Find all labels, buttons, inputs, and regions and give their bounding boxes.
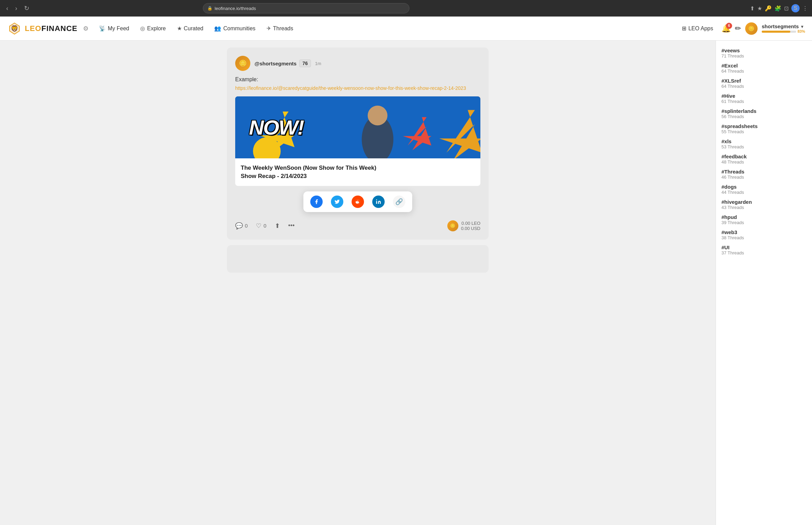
- user-dropdown-arrow[interactable]: ▾: [801, 24, 803, 29]
- browser-chrome: ‹ › ↻ 🔒 leofinance.io/threads ⬆ ★ 🔑 🧩 ⊡ …: [0, 0, 812, 17]
- notifications-bell-button[interactable]: 🔔 6: [721, 24, 731, 33]
- sidebar-tag-item[interactable]: #hivegarden 43 Threads: [721, 199, 806, 210]
- sidebar-tag-item[interactable]: #UI 37 Threads: [721, 244, 806, 255]
- settings-gear-button[interactable]: ⚙: [83, 25, 89, 32]
- article-body: The Weekly WenSoon (Now Show for This We…: [235, 158, 480, 186]
- post-card-2: [227, 245, 489, 273]
- browser-back-button[interactable]: ‹: [4, 3, 10, 13]
- tag-count: 56 Threads: [721, 114, 806, 119]
- post-author-name[interactable]: @shortsegments: [254, 61, 296, 66]
- sidebar-tag-item[interactable]: #web3 38 Threads: [721, 229, 806, 240]
- share-copy-link-button[interactable]: 🔗: [393, 196, 405, 208]
- tag-name: #hivegarden: [721, 199, 806, 205]
- tag-count: 44 Threads: [721, 190, 806, 195]
- tag-count: 71 Threads: [721, 53, 806, 59]
- leo-amount: 0.00 LEO: [461, 221, 480, 226]
- username-label: shortsegments: [762, 23, 799, 29]
- post-timestamp: 1m: [315, 61, 321, 66]
- sidebar-tag-item[interactable]: #Excel 64 Threads: [721, 63, 806, 74]
- sidebar-tag-item[interactable]: #xls 53 Threads: [721, 138, 806, 149]
- sidebar-tag-item[interactable]: #XLSref 64 Threads: [721, 78, 806, 89]
- nav-item-curated[interactable]: ★ Curated: [172, 22, 208, 34]
- share-twitter-button[interactable]: [331, 196, 343, 208]
- leo-coin-icon: 🪙: [745, 22, 758, 35]
- svg-text:🦁: 🦁: [11, 25, 19, 32]
- tag-name: #Threads: [721, 169, 806, 175]
- window-icon[interactable]: ⊡: [784, 5, 789, 12]
- notification-badge: 6: [726, 23, 732, 29]
- post-score-badge: 76: [299, 60, 311, 67]
- tag-name: #web3: [721, 229, 806, 235]
- content-area: 🪙 @shortsegments 76 1m Example: https://…: [220, 41, 496, 525]
- tag-count: 43 Threads: [721, 205, 806, 210]
- post-body-text: Example:: [235, 76, 480, 83]
- share-facebook-button[interactable]: [310, 196, 323, 208]
- comment-button[interactable]: 💬 0: [235, 222, 248, 230]
- browser-address-bar[interactable]: 🔒 leofinance.io/threads: [203, 3, 409, 13]
- sidebar-tag-item[interactable]: #dogs 44 Threads: [721, 184, 806, 195]
- post-author-info: @shortsegments 76 1m: [254, 60, 321, 67]
- post-link[interactable]: https://leofinance.io/@scaredycatguide/t…: [235, 85, 480, 91]
- tag-count: 64 Threads: [721, 84, 806, 89]
- browser-refresh-button[interactable]: ↻: [22, 3, 31, 13]
- apps-grid-icon: ⊞: [682, 25, 686, 32]
- nav-item-communities[interactable]: 👥 Communities: [209, 22, 260, 34]
- nav-item-my-feed[interactable]: 📡 My Feed: [94, 22, 134, 34]
- browser-user-avatar[interactable]: S: [791, 4, 800, 12]
- article-title: The Weekly WenSoon (Now Show for This We…: [241, 164, 475, 180]
- share-button[interactable]: ⬆: [275, 222, 280, 230]
- ellipsis-icon: •••: [288, 222, 295, 229]
- sidebar: #veews 71 Threads #Excel 64 Threads #XLS…: [716, 41, 812, 525]
- share-reddit-button[interactable]: [352, 196, 364, 208]
- nav-label-my-feed: My Feed: [108, 25, 129, 32]
- leo-reward-icon: 🪙: [447, 220, 458, 231]
- sidebar-tag-item[interactable]: #hpud 39 Threads: [721, 214, 806, 225]
- sidebar-tag-item[interactable]: #feedback 48 Threads: [721, 154, 806, 165]
- tag-name: #xls: [721, 138, 806, 144]
- tag-count: 38 Threads: [721, 235, 806, 240]
- sidebar-tag-item[interactable]: #splinterlands 56 Threads: [721, 108, 806, 119]
- like-button[interactable]: ♡ 0: [256, 222, 266, 230]
- post-actions: 💬 0 ♡ 0 ⬆ ••• 🪙 0.00 LEO 0.00 U: [235, 218, 480, 231]
- xp-bar-fill: [762, 31, 790, 33]
- tag-count: 61 Threads: [721, 99, 806, 104]
- sidebar-tag-item[interactable]: #spreadsheets 55 Threads: [721, 123, 806, 134]
- leo-apps-button[interactable]: ⊞ LEO Apps: [678, 22, 717, 34]
- nav-item-explore[interactable]: ◎ Explore: [135, 22, 170, 34]
- sidebar-tags-list: #veews 71 Threads #Excel 64 Threads #XLS…: [721, 48, 806, 255]
- compose-edit-button[interactable]: ✏: [735, 24, 741, 33]
- tag-name: #splinterlands: [721, 108, 806, 114]
- nav-label-communities: Communities: [223, 25, 255, 32]
- tag-count: 37 Threads: [721, 250, 806, 255]
- more-options-button[interactable]: •••: [288, 222, 295, 229]
- tag-name: #spreadsheets: [721, 123, 806, 129]
- tag-name: #UI: [721, 244, 806, 250]
- tag-name: #feedback: [721, 154, 806, 159]
- sidebar-tag-item[interactable]: #veews 71 Threads: [721, 48, 806, 59]
- sidebar-tag-item[interactable]: #Hive 61 Threads: [721, 93, 806, 104]
- comment-icon: 💬: [235, 222, 243, 230]
- share-icon[interactable]: ⬆: [750, 5, 754, 12]
- explore-icon: ◎: [140, 25, 145, 32]
- nav-item-threads[interactable]: ✈ Threads: [262, 22, 298, 34]
- tag-name: #veews: [721, 48, 806, 53]
- nav-label-explore: Explore: [147, 25, 166, 32]
- bookmark-icon[interactable]: ★: [757, 5, 762, 12]
- article-preview-card[interactable]: NOW! The Weekly WenSoon (Now Show for Th…: [235, 96, 480, 186]
- lock-icon: 🔒: [207, 6, 212, 11]
- article-image-text: NOW!: [249, 116, 304, 139]
- share-arrow-icon: ⬆: [275, 222, 280, 230]
- share-linkedin-button[interactable]: [372, 196, 385, 208]
- tag-name: #hpud: [721, 214, 806, 220]
- browser-menu-icon[interactable]: ⋮: [802, 5, 808, 12]
- puzzle-icon[interactable]: 🧩: [774, 5, 781, 12]
- sidebar-tag-item[interactable]: #Threads 46 Threads: [721, 169, 806, 180]
- logo-icon: 🦁: [7, 21, 22, 36]
- browser-forward-button[interactable]: ›: [13, 3, 19, 13]
- community-icon: 👥: [214, 25, 221, 32]
- threads-icon: ✈: [267, 25, 271, 32]
- logo-area[interactable]: 🦁 LEOFINANCE: [7, 21, 77, 36]
- tag-count: 55 Threads: [721, 129, 806, 134]
- post-author-avatar[interactable]: 🪙: [235, 56, 250, 71]
- key-icon[interactable]: 🔑: [765, 5, 772, 12]
